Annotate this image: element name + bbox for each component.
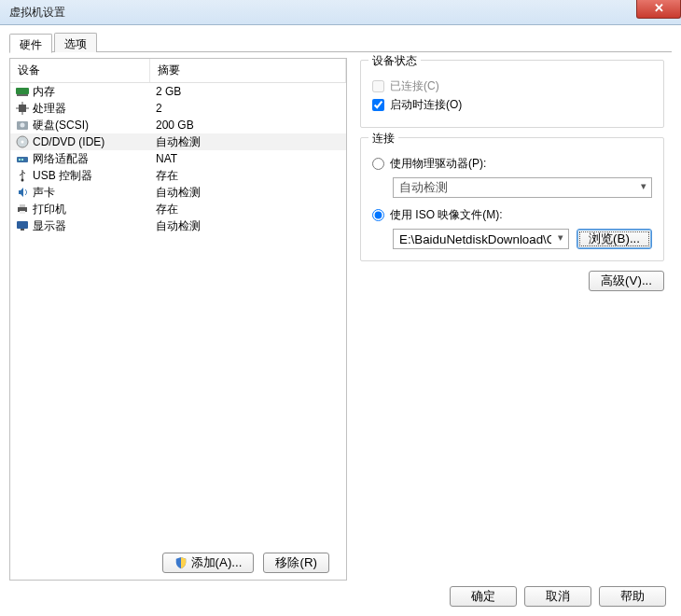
device-row[interactable]: 硬盘(SCSI)200 GB <box>10 117 346 133</box>
device-row[interactable]: 打印机存在 <box>10 201 346 217</box>
close-button[interactable]: ✕ <box>636 0 681 19</box>
device-name: 网络适配器 <box>33 151 150 167</box>
device-row[interactable]: 处理器2 <box>10 100 346 117</box>
device-row[interactable]: 内存2 GB <box>10 83 346 100</box>
shield-icon <box>174 556 188 569</box>
connect-at-startup-checkbox[interactable] <box>372 99 384 111</box>
device-name: CD/DVD (IDE) <box>33 135 150 148</box>
tab-options[interactable]: 选项 <box>54 33 97 52</box>
remove-button[interactable]: 移除(R) <box>263 553 329 573</box>
device-summary: 自动检测 <box>150 218 342 234</box>
browse-button[interactable]: 浏览(B)... <box>577 229 652 249</box>
svg-point-14 <box>21 179 24 182</box>
device-summary: NAT <box>150 152 342 165</box>
svg-rect-0 <box>16 88 29 94</box>
window-title: 虚拟机设置 <box>9 6 65 19</box>
cpu-icon <box>14 101 31 116</box>
network-icon <box>14 151 31 166</box>
group-connection-legend: 连接 <box>368 131 398 147</box>
device-name: 打印机 <box>33 202 150 217</box>
svg-rect-1 <box>17 94 28 96</box>
dialog-footer: 确定 取消 帮助 <box>9 581 672 607</box>
device-name: USB 控制器 <box>33 168 150 184</box>
svg-rect-13 <box>21 159 23 161</box>
device-row[interactable]: 网络适配器NAT <box>10 150 346 167</box>
device-summary: 2 GB <box>150 85 342 98</box>
device-summary: 自动检测 <box>150 185 342 201</box>
svg-rect-18 <box>17 221 28 229</box>
group-connection: 连接 使用物理驱动器(P): 使用 ISO 映像文件(M): <box>360 137 664 261</box>
tab-hardware[interactable]: 硬件 <box>9 34 52 53</box>
header-device: 设备 <box>10 59 150 82</box>
titlebar: 虚拟机设置 ✕ <box>0 0 681 25</box>
device-list[interactable]: 设备 摘要 内存2 GB处理器2硬盘(SCSI)200 GBCD/DVD (ID… <box>10 59 346 546</box>
printer-icon <box>14 202 31 217</box>
svg-rect-12 <box>19 159 21 161</box>
group-status-legend: 设备状态 <box>368 53 421 69</box>
use-iso-label: 使用 ISO 映像文件(M): <box>390 207 503 223</box>
advanced-button[interactable]: 高级(V)... <box>589 271 664 291</box>
device-row[interactable]: 显示器自动检测 <box>10 217 346 234</box>
client-area: 硬件 选项 设备 摘要 内存2 GB处理器2硬盘(SCSI)200 GBCD/D… <box>0 25 681 616</box>
sound-icon <box>14 185 31 200</box>
device-row[interactable]: CD/DVD (IDE)自动检测 <box>10 133 346 150</box>
device-row[interactable]: USB 控制器存在 <box>10 167 346 184</box>
device-name: 显示器 <box>33 218 150 234</box>
usb-icon <box>14 168 31 183</box>
use-physical-radio[interactable] <box>372 158 384 170</box>
add-button[interactable]: 添加(A)... <box>162 553 255 573</box>
svg-rect-2 <box>19 105 26 112</box>
use-physical-label: 使用物理驱动器(P): <box>390 156 486 172</box>
svg-rect-17 <box>20 211 25 214</box>
device-buttons: 添加(A)... 移除(R) <box>10 546 346 580</box>
svg-point-10 <box>21 141 24 144</box>
tab-strip: 硬件 选项 <box>9 33 672 52</box>
close-icon: ✕ <box>654 1 664 15</box>
device-summary: 存在 <box>150 202 342 217</box>
connected-label: 已连接(C) <box>390 78 439 94</box>
use-iso-radio[interactable] <box>372 209 384 221</box>
cancel-button[interactable]: 取消 <box>524 586 591 607</box>
main-panels: 设备 摘要 内存2 GB处理器2硬盘(SCSI)200 GBCD/DVD (ID… <box>9 58 672 581</box>
device-summary: 存在 <box>150 168 342 184</box>
device-name: 处理器 <box>33 101 150 117</box>
svg-point-8 <box>21 123 25 128</box>
device-panel: 设备 摘要 内存2 GB处理器2硬盘(SCSI)200 GBCD/DVD (ID… <box>9 58 347 581</box>
cd-icon <box>14 134 31 149</box>
group-status: 设备状态 已连接(C) 启动时连接(O) <box>360 60 664 128</box>
disk-icon <box>14 118 31 133</box>
device-summary: 2 <box>150 102 342 115</box>
memory-icon <box>14 84 31 99</box>
add-label: 添加(A)... <box>191 554 243 571</box>
svg-rect-16 <box>20 204 25 207</box>
iso-path-combo[interactable] <box>393 229 569 249</box>
header-summary: 摘要 <box>150 59 346 82</box>
device-summary: 200 GB <box>150 119 342 132</box>
device-name: 内存 <box>33 84 150 100</box>
settings-panel: 设备状态 已连接(C) 启动时连接(O) 连接 使用物理驱动器(P): <box>347 58 672 581</box>
device-row[interactable]: 声卡自动检测 <box>10 184 346 201</box>
physical-drive-combo <box>393 177 652 198</box>
device-list-header: 设备 摘要 <box>10 59 346 83</box>
ok-button[interactable]: 确定 <box>450 586 517 607</box>
svg-rect-19 <box>21 229 24 231</box>
connected-checkbox <box>372 80 384 92</box>
display-icon <box>14 218 31 233</box>
device-name: 硬盘(SCSI) <box>33 118 150 133</box>
device-summary: 自动检测 <box>150 134 342 150</box>
help-button[interactable]: 帮助 <box>599 586 666 607</box>
device-name: 声卡 <box>33 185 150 201</box>
connect-at-startup-label: 启动时连接(O) <box>390 97 462 113</box>
